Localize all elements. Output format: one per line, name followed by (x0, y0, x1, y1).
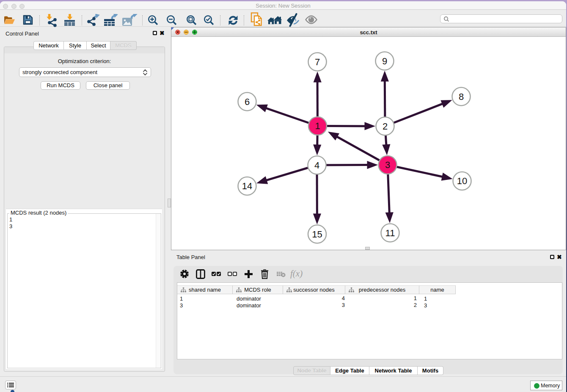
svg-text:6: 6 (245, 97, 250, 107)
svg-text:8: 8 (459, 91, 464, 102)
svg-text:10: 10 (457, 176, 467, 186)
svg-text:14: 14 (242, 181, 252, 191)
svg-text:15: 15 (312, 229, 322, 240)
svg-text:1: 1 (315, 121, 320, 131)
svg-text:4: 4 (314, 160, 319, 171)
svg-text:3: 3 (385, 160, 390, 170)
svg-text:2: 2 (383, 121, 388, 132)
svg-text:7: 7 (315, 57, 320, 67)
svg-text:11: 11 (385, 228, 395, 238)
svg-text:9: 9 (382, 56, 387, 66)
